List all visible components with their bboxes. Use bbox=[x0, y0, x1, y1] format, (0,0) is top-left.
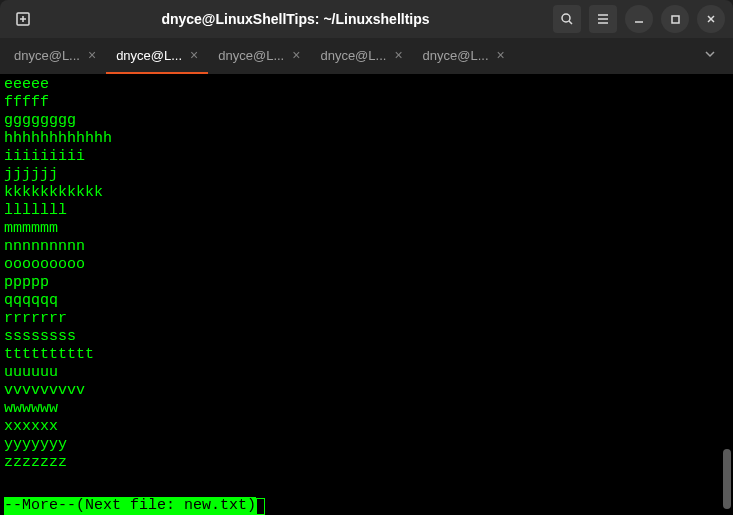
svg-rect-9 bbox=[672, 16, 679, 23]
more-status-line: --More--(Next file: new.txt) bbox=[4, 497, 265, 515]
titlebar-right bbox=[553, 5, 725, 33]
terminal-line: tttttttttt bbox=[4, 346, 729, 364]
tab-4[interactable]: dnyce@L... × bbox=[413, 38, 515, 74]
tab-dropdown-button[interactable] bbox=[691, 47, 729, 65]
terminal-line: iiiiiiiii bbox=[4, 148, 729, 166]
close-icon bbox=[705, 13, 717, 25]
terminal-viewport[interactable]: eeeeefffffgggggggghhhhhhhhhhhhiiiiiiiiij… bbox=[0, 74, 733, 515]
terminal-line: qqqqqq bbox=[4, 292, 729, 310]
window-title: dnyce@LinuxShellTips: ~/Linuxshelltips bbox=[38, 11, 553, 27]
more-status-text: --More--(Next file: new.txt) bbox=[4, 497, 256, 515]
tab-close-button[interactable]: × bbox=[292, 47, 300, 63]
scrollbar-thumb[interactable] bbox=[723, 449, 731, 509]
scrollbar[interactable] bbox=[723, 154, 731, 511]
terminal-line: vvvvvvvvv bbox=[4, 382, 729, 400]
svg-point-3 bbox=[562, 14, 570, 22]
terminal-line: gggggggg bbox=[4, 112, 729, 130]
terminal-line: uuuuuu bbox=[4, 364, 729, 382]
chevron-down-icon bbox=[703, 47, 717, 61]
svg-line-4 bbox=[569, 21, 572, 24]
maximize-icon bbox=[669, 13, 681, 25]
terminal-line: jjjjjj bbox=[4, 166, 729, 184]
tab-bar: dnyce@L... × dnyce@L... × dnyce@L... × d… bbox=[0, 38, 733, 74]
titlebar-left bbox=[8, 4, 38, 34]
terminal-line: yyyyyyy bbox=[4, 436, 729, 454]
tab-0[interactable]: dnyce@L... × bbox=[4, 38, 106, 74]
tab-close-button[interactable]: × bbox=[88, 47, 96, 63]
menu-button[interactable] bbox=[589, 5, 617, 33]
window-titlebar: dnyce@LinuxShellTips: ~/Linuxshelltips bbox=[0, 0, 733, 38]
hamburger-icon bbox=[596, 12, 610, 26]
terminal-line: nnnnnnnnn bbox=[4, 238, 729, 256]
minimize-icon bbox=[633, 13, 645, 25]
terminal-line: ssssssss bbox=[4, 328, 729, 346]
minimize-button[interactable] bbox=[625, 5, 653, 33]
search-button[interactable] bbox=[553, 5, 581, 33]
terminal-line: rrrrrrr bbox=[4, 310, 729, 328]
terminal-line: fffff bbox=[4, 94, 729, 112]
tab-2[interactable]: dnyce@L... × bbox=[208, 38, 310, 74]
new-tab-button[interactable] bbox=[8, 4, 38, 34]
cursor bbox=[256, 498, 265, 515]
terminal-output: eeeeefffffgggggggghhhhhhhhhhhhiiiiiiiiij… bbox=[4, 76, 729, 472]
terminal-line: xxxxxx bbox=[4, 418, 729, 436]
tab-close-button[interactable]: × bbox=[394, 47, 402, 63]
terminal-line: wwwwww bbox=[4, 400, 729, 418]
close-button[interactable] bbox=[697, 5, 725, 33]
search-icon bbox=[560, 12, 574, 26]
terminal-line: zzzzzzz bbox=[4, 454, 729, 472]
tab-close-button[interactable]: × bbox=[190, 47, 198, 63]
tab-1[interactable]: dnyce@L... × bbox=[106, 38, 208, 74]
tab-label: dnyce@L... bbox=[320, 48, 386, 63]
tab-3[interactable]: dnyce@L... × bbox=[310, 38, 412, 74]
tab-label: dnyce@L... bbox=[14, 48, 80, 63]
new-tab-icon bbox=[14, 10, 32, 28]
terminal-line: hhhhhhhhhhhh bbox=[4, 130, 729, 148]
tab-label: dnyce@L... bbox=[218, 48, 284, 63]
terminal-line: kkkkkkkkkkk bbox=[4, 184, 729, 202]
terminal-line: mmmmmm bbox=[4, 220, 729, 238]
terminal-line: eeeee bbox=[4, 76, 729, 94]
tab-label: dnyce@L... bbox=[116, 48, 182, 63]
terminal-line: ooooooooo bbox=[4, 256, 729, 274]
terminal-line: lllllll bbox=[4, 202, 729, 220]
tab-label: dnyce@L... bbox=[423, 48, 489, 63]
tab-close-button[interactable]: × bbox=[497, 47, 505, 63]
maximize-button[interactable] bbox=[661, 5, 689, 33]
terminal-line: ppppp bbox=[4, 274, 729, 292]
